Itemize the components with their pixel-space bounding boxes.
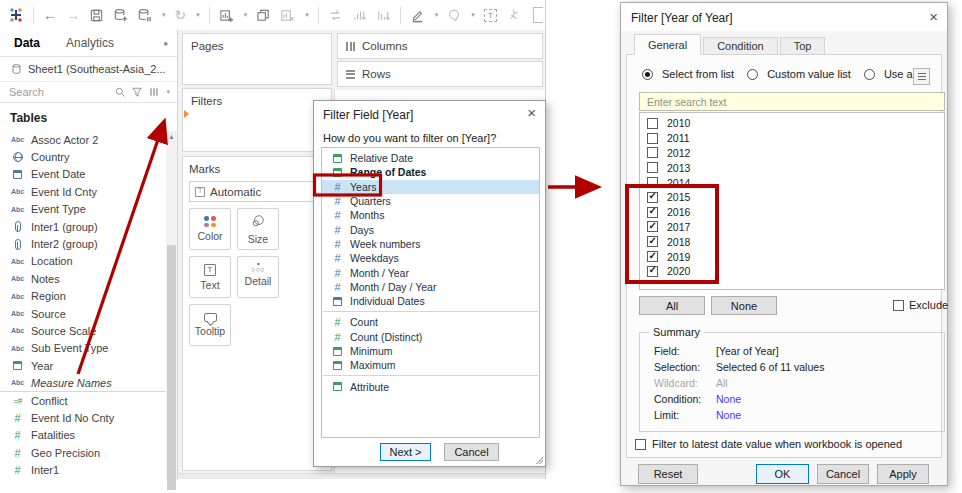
year-checkbox[interactable] — [647, 177, 658, 188]
all-button[interactable]: All — [639, 296, 705, 315]
filter-type-option[interactable]: Individual Dates — [322, 294, 539, 308]
field-row[interactable]: Inter1 (group) — [0, 218, 166, 235]
none-button[interactable]: None — [711, 296, 777, 315]
year-checkbox[interactable] — [647, 162, 658, 173]
mark-type-dropdown[interactable]: Automatic ▾ — [189, 181, 325, 202]
data-source-row[interactable]: Sheet1 (Southeast-Asia_2... — [0, 57, 177, 81]
cancel-button[interactable]: Cancel — [817, 464, 869, 484]
scrollbar-up-icon[interactable]: ▲ — [166, 131, 177, 143]
columns-shelf[interactable]: Columns — [337, 33, 543, 59]
tab-data[interactable]: Data — [14, 36, 40, 50]
year-checkbox[interactable] — [647, 118, 658, 129]
filters-card[interactable]: Filters — [182, 88, 332, 152]
radio-select-from-list[interactable] — [642, 69, 653, 80]
duplicate-sheet-icon[interactable] — [256, 8, 271, 23]
close-icon[interactable]: × — [527, 105, 536, 120]
filter-type-option[interactable]: #Count — [322, 315, 539, 329]
tab-top[interactable]: Top — [780, 37, 826, 55]
save-icon[interactable] — [89, 8, 104, 23]
filter-type-option[interactable]: #Years — [322, 180, 539, 194]
year-checkbox[interactable] — [647, 192, 658, 203]
exclude-checkbox[interactable] — [893, 300, 904, 311]
filter-type-option[interactable]: #Month / Year — [322, 265, 539, 279]
filter-type-option[interactable]: Attribute — [322, 379, 539, 393]
tooltip-button[interactable]: Tooltip — [189, 304, 231, 346]
field-row[interactable]: AbcNotes — [0, 270, 166, 287]
sort-descending-icon[interactable] — [376, 8, 391, 23]
year-checkbox[interactable] — [647, 266, 658, 277]
field-row[interactable]: AbcEvent Id Cnty — [0, 183, 166, 200]
year-checkbox[interactable] — [647, 251, 658, 262]
undo-icon[interactable]: ← — [43, 8, 57, 22]
field-row[interactable]: AbcLocation — [0, 253, 166, 270]
field-row[interactable]: Event Date — [0, 166, 166, 183]
year-row[interactable]: 2013 — [640, 160, 944, 175]
close-icon[interactable]: × — [929, 9, 938, 24]
field-search-input[interactable] — [7, 85, 109, 99]
field-row[interactable]: AbcSource Scale — [0, 322, 166, 339]
year-row[interactable]: 2015 — [640, 190, 944, 205]
filter-type-option[interactable]: Range of Dates — [322, 165, 539, 179]
swap-rows-columns-icon[interactable] — [328, 8, 343, 23]
tab-general[interactable]: General — [634, 34, 701, 55]
field-row[interactable]: AbcMeasure Names — [0, 374, 166, 391]
field-row[interactable]: AbcEvent Type — [0, 201, 166, 218]
tab-condition[interactable]: Condition — [703, 37, 777, 55]
highlight-dropdown[interactable]: ▾ — [435, 11, 439, 19]
pause-auto-updates-dropdown[interactable]: ▾ — [162, 11, 166, 19]
year-row[interactable]: 2020 — [640, 264, 944, 279]
text-label-icon[interactable]: T — [484, 9, 497, 22]
filter-type-option[interactable]: #Count (Distinct) — [322, 330, 539, 344]
clear-sheet-icon[interactable] — [280, 8, 295, 23]
field-list-scrollbar[interactable]: ▲ — [166, 131, 177, 480]
filter-type-option[interactable]: Relative Date — [322, 151, 539, 165]
format-dropdown[interactable]: ▾ — [471, 11, 475, 19]
pause-auto-updates-icon[interactable] — [137, 8, 152, 23]
field-row[interactable]: AbcRegion — [0, 288, 166, 305]
field-row[interactable]: AbcAssoc Actor 2 — [0, 131, 166, 148]
latest-date-checkbox[interactable] — [635, 439, 646, 450]
field-row[interactable]: AbcSource — [0, 305, 166, 322]
field-row[interactable]: #Event Id No Cnty — [0, 409, 166, 426]
text-button[interactable]: T Text — [189, 256, 231, 298]
detail-button[interactable]: ○○○ Detail — [237, 256, 279, 298]
ok-button[interactable]: OK — [756, 464, 809, 484]
filter-funnel-icon[interactable] — [131, 86, 143, 98]
filter-type-option[interactable]: #Month / Day / Year — [322, 280, 539, 294]
year-checkbox[interactable] — [647, 133, 658, 144]
redo-icon[interactable]: → — [66, 8, 80, 22]
field-row[interactable]: #Inter1 — [0, 461, 166, 478]
resize-grip[interactable] — [535, 456, 543, 464]
format-icon[interactable] — [447, 8, 461, 22]
field-row[interactable]: =#Conflict — [0, 392, 166, 409]
filter-type-option[interactable]: #Days — [322, 222, 539, 236]
year-row[interactable]: 2016 — [640, 205, 944, 220]
run-update-dropdown[interactable]: ▾ — [196, 11, 200, 19]
sort-ascending-icon[interactable] — [352, 8, 367, 23]
rows-shelf[interactable]: Rows — [337, 61, 543, 87]
field-row[interactable]: Year — [0, 357, 166, 374]
scrollbar-thumb[interactable] — [167, 245, 176, 490]
clear-sheet-dropdown[interactable]: ▾ — [305, 11, 309, 19]
filter-type-option[interactable]: Minimum — [322, 344, 539, 358]
list-view-icon[interactable] — [913, 68, 930, 85]
run-update-icon[interactable]: ↻ — [175, 8, 187, 22]
year-row[interactable]: 2019 — [640, 249, 944, 264]
radio-custom-value-list[interactable] — [747, 69, 758, 80]
field-row[interactable]: Country — [0, 148, 166, 165]
pages-card[interactable]: Pages — [182, 33, 332, 85]
year-checkbox[interactable] — [647, 236, 658, 247]
year-row[interactable]: 2011 — [640, 131, 944, 146]
size-button[interactable]: Size — [237, 208, 279, 250]
year-row[interactable]: 2017 — [640, 220, 944, 235]
year-row[interactable]: 2012 — [640, 146, 944, 161]
year-checkbox[interactable] — [647, 221, 658, 232]
filter-type-option[interactable]: #Quarters — [322, 194, 539, 208]
year-checkbox[interactable] — [647, 147, 658, 158]
fix-axes-icon[interactable] — [506, 8, 520, 22]
summary-value[interactable]: None — [716, 393, 741, 405]
next-button[interactable]: Next > — [380, 443, 431, 461]
field-row[interactable]: #Fatalities — [0, 427, 166, 444]
year-row[interactable]: 2010 — [640, 116, 944, 131]
year-row[interactable]: 2018 — [640, 234, 944, 249]
